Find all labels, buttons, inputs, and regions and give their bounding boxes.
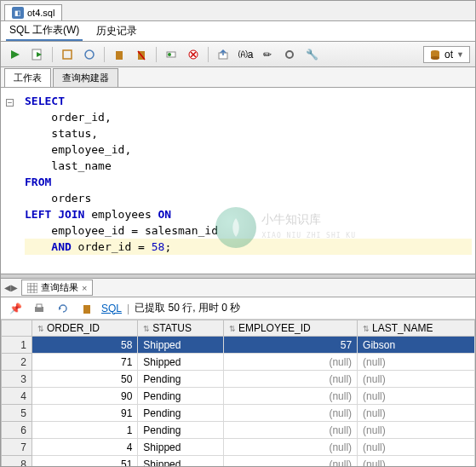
clear-icon[interactable]: ✏: [258, 45, 277, 64]
rollback-icon[interactable]: [132, 45, 151, 64]
format-icon[interactable]: 🄐a: [236, 45, 255, 64]
toolbar: 🄐a ✏ 🔧 ot ▼: [1, 42, 475, 67]
run-script-icon[interactable]: [28, 45, 47, 64]
pin-icon[interactable]: 📌: [6, 299, 25, 318]
fold-icon[interactable]: −: [6, 99, 14, 107]
autotrace-icon[interactable]: [80, 45, 99, 64]
db-icon: [429, 49, 441, 61]
table-row[interactable]: 74Shipped(null)(null): [2, 439, 475, 456]
svg-point-8: [168, 53, 171, 56]
file-tab[interactable]: ◧ ot4.sql: [4, 4, 62, 20]
column-header[interactable]: ⇅ORDER_ID: [32, 320, 138, 337]
view-tab-bar: 工作表 查询构建器: [1, 67, 475, 88]
svg-rect-5: [116, 51, 123, 60]
close-icon[interactable]: ×: [82, 283, 87, 293]
svg-point-14: [431, 56, 439, 60]
commit-icon[interactable]: [110, 45, 129, 64]
sql-editor[interactable]: − SELECT order_id, status, employee_id, …: [1, 88, 475, 274]
refresh-icon[interactable]: [54, 299, 72, 318]
svg-rect-15: [27, 283, 37, 293]
sql-file-icon: ◧: [12, 7, 24, 19]
column-header[interactable]: ⇅STATUS: [138, 320, 224, 337]
svg-rect-3: [63, 50, 72, 59]
table-row[interactable]: 591Pending(null)(null): [2, 405, 475, 422]
connection-selector[interactable]: ot ▼: [423, 46, 470, 63]
export-results-icon[interactable]: [77, 299, 96, 318]
file-tab-bar: ◧ ot4.sql: [1, 1, 475, 21]
column-header[interactable]: ⇅LAST_NAME: [358, 320, 475, 337]
table-row[interactable]: 61Pending(null)(null): [2, 422, 475, 439]
svg-rect-23: [83, 305, 90, 314]
chevron-down-icon: ▼: [456, 50, 464, 59]
cancel-icon[interactable]: [184, 45, 203, 64]
code-area[interactable]: SELECT order_id, status, employee_id, la…: [25, 93, 472, 255]
grid-icon: [27, 283, 37, 293]
results-grid[interactable]: ⇅ORDER_ID⇅STATUS⇅EMPLOYEE_ID⇅LAST_NAME 1…: [1, 320, 475, 466]
settings-icon[interactable]: [280, 45, 299, 64]
tab-query-builder[interactable]: 查询构建器: [53, 68, 118, 87]
file-name: ot4.sql: [27, 8, 54, 18]
table-row[interactable]: 271Shipped(null)(null): [2, 354, 475, 371]
grid-header-row: ⇅ORDER_ID⇅STATUS⇅EMPLOYEE_ID⇅LAST_NAME: [2, 320, 475, 337]
results-tab-bar: ◀▶ 查询结果 ×: [1, 279, 475, 297]
column-header[interactable]: ⇅EMPLOYEE_ID: [223, 320, 357, 337]
table-row[interactable]: 350Pending(null)(null): [2, 371, 475, 388]
results-tab-label: 查询结果: [41, 281, 78, 294]
explain-plan-icon[interactable]: [58, 45, 77, 64]
svg-point-4: [85, 50, 94, 59]
tab-history[interactable]: 历史记录: [93, 22, 141, 40]
tab-worksheet[interactable]: 工作表: [4, 68, 51, 87]
results-toolbar: 📌 SQL | 已提取 50 行, 用时 0 秒: [1, 297, 475, 320]
table-row[interactable]: 490Pending(null)(null): [2, 388, 475, 405]
svg-rect-21: [37, 304, 42, 308]
svg-marker-0: [11, 50, 20, 59]
tab-sql-worksheet[interactable]: SQL 工作表(W): [6, 21, 83, 41]
table-row[interactable]: 851Shipped(null)(null): [2, 456, 475, 467]
table-row[interactable]: 158Shipped57Gibson: [2, 337, 475, 354]
results-status: 已提取 50 行, 用时 0 秒: [135, 301, 240, 315]
print-icon[interactable]: [30, 299, 49, 318]
svg-point-11: [286, 51, 293, 58]
results-tab-nav[interactable]: ◀▶: [4, 283, 18, 292]
worksheet-tab-bar: SQL 工作表(W) 历史记录: [1, 21, 475, 42]
run-icon[interactable]: [6, 45, 25, 64]
sql-link[interactable]: SQL: [101, 303, 122, 314]
export-icon[interactable]: [214, 45, 232, 64]
results-tab[interactable]: 查询结果 ×: [21, 280, 93, 296]
connection-name: ot: [444, 49, 453, 61]
wrench-icon[interactable]: 🔧: [302, 45, 321, 64]
toggle-icon[interactable]: [162, 45, 181, 64]
